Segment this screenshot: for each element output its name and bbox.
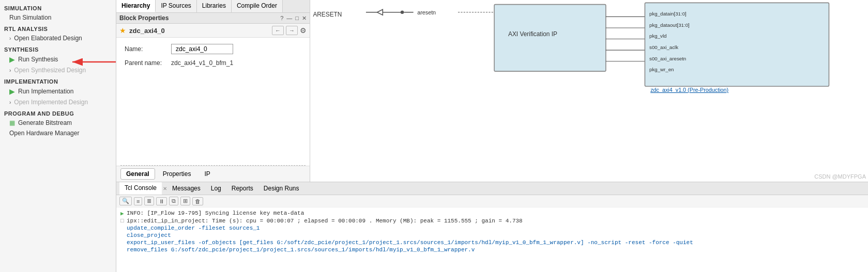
sources-tabs: Hierarchy IP Sources Libraries Compile O… — [116, 0, 310, 13]
console-align-right-btn[interactable]: ≣ — [144, 197, 154, 205]
console-text-3: update_compile_order -fileset sources_1 — [127, 225, 864, 231]
section-header-program-debug: PROGRAM AND DEBUG — [0, 107, 116, 118]
bp-parent-value: zdc_axi4_v1_0_bfm_1 — [171, 59, 233, 67]
tab-design-runs[interactable]: Design Runs — [258, 183, 304, 194]
bp-content: Name: zdc_axi4_0 Parent name: zdc_axi4_v… — [116, 38, 310, 165]
bp-forward-btn[interactable]: → — [286, 26, 298, 35]
bp-close-btn[interactable]: ✕ — [302, 15, 307, 22]
run-synthesis-icon: ▶ — [9, 55, 15, 63]
generate-bitstream-label: Generate Bitstream — [18, 119, 72, 126]
aresetn-label: ARESETN — [313, 11, 342, 18]
console-marker-4 — [120, 232, 127, 238]
aresetn-signal-label: aresetn — [417, 9, 436, 15]
tcl-console-close[interactable]: ✕ — [163, 186, 167, 191]
bp-bottom-tabs: General Properties IP — [116, 166, 310, 182]
sidebar-item-open-elaborated[interactable]: › Open Elaborated Design — [0, 33, 116, 43]
open-elaborated-label: Open Elaborated Design — [14, 35, 82, 42]
console-marker-3 — [120, 225, 127, 231]
section-header-rtl: RTL ANALYSIS — [0, 23, 116, 33]
sidebar: SIMULATION Run Simulation RTL ANALYSIS ›… — [0, 0, 116, 272]
tab-tcl-console[interactable]: Tcl Console — [119, 182, 162, 195]
sidebar-item-open-hw-manager[interactable]: Open Hardware Manager — [0, 128, 116, 138]
block-properties-title: Block Properties — [119, 14, 169, 22]
bp-tab-general[interactable]: General — [120, 168, 155, 180]
open-implemented-label: Open Implemented Design — [14, 99, 88, 106]
bp-name-label: Name: — [125, 45, 171, 53]
sidebar-item-run-synthesis[interactable]: ▶ Run Synthesis — [0, 54, 116, 65]
expand-synth-icon: › — [9, 68, 11, 73]
bp-tab-ip[interactable]: IP — [199, 168, 216, 180]
watermark: CSDN @MDYFPGA — [814, 173, 866, 180]
expand-icon: › — [9, 36, 11, 41]
bp-tab-properties[interactable]: Properties — [157, 168, 197, 180]
bp-restore-btn[interactable]: □ — [295, 15, 299, 21]
section-header-synthesis: SYNTHESIS — [0, 43, 116, 54]
console-line-2: □ ipx::edit_ip_in_project: Time (s): cpu… — [120, 217, 864, 225]
console-text-1: INFO: [IP_Flow 19-795] Syncing license k… — [127, 210, 864, 217]
bp-field-parent: Parent name: zdc_axi4_v1_0_bfm_1 — [125, 59, 301, 67]
bp-block-name: zdc_axi4_0 — [129, 27, 165, 35]
section-header-implementation: IMPLEMENTATION — [0, 75, 116, 86]
console-marker-1: ▶ — [120, 210, 127, 217]
console-marker-6 — [120, 247, 127, 253]
open-synthesized-label: Open Synthesized Design — [14, 67, 86, 74]
console-line-5: export_ip_user_files -of_objects [get_fi… — [120, 239, 864, 246]
sidebar-item-open-synthesized[interactable]: › Open Synthesized Design — [0, 65, 116, 75]
console-text-5: export_ip_user_files -of_objects [get_fi… — [127, 239, 864, 246]
console-marker-2: □ — [120, 218, 127, 224]
diagram-area: ARESETN aresetn — [310, 0, 868, 182]
diagram-svg: ARESETN aresetn — [310, 0, 868, 182]
tab-compile-order[interactable]: Compile Order — [232, 0, 283, 12]
tab-libraries[interactable]: Libraries — [197, 0, 232, 12]
run-impl-icon: ▶ — [9, 87, 15, 95]
axi-verif-block — [494, 5, 606, 71]
console-text-2: ipx::edit_ip_in_project: Time (s): cpu =… — [127, 218, 864, 224]
bp-toolbar: ★ zdc_axi4_0 ← → ⚙ — [116, 24, 310, 38]
run-implementation-label: Run Implementation — [18, 88, 73, 95]
generate-bitstream-icon: ▦ — [9, 119, 15, 126]
console-trash-btn[interactable]: 🗑 — [192, 197, 203, 205]
open-hw-manager-label: Open Hardware Manager — [9, 130, 79, 137]
app-container: SIMULATION Run Simulation RTL ANALYSIS ›… — [0, 0, 868, 272]
section-header-simulation: SIMULATION — [0, 2, 116, 12]
aresetn-dot — [401, 11, 404, 14]
pkg-datain-label: pkg_datain[31:0] — [649, 11, 687, 17]
console-line-1: ▶ INFO: [IP_Flow 19-795] Syncing license… — [120, 210, 864, 217]
bp-name-value: zdc_axi4_0 — [171, 44, 233, 54]
console-text-6: remove_files G:/soft/zdc_pcie/project_1/… — [127, 247, 864, 253]
tab-reports[interactable]: Reports — [226, 183, 258, 194]
console-grid-btn[interactable]: ⊞ — [180, 197, 190, 205]
expand-impl-icon: › — [9, 100, 11, 105]
console-line-3: update_compile_order -fileset sources_1 — [120, 225, 864, 232]
console-pause-btn[interactable]: ⏸ — [156, 197, 167, 205]
s00-aclk-label: s00_axi_aclk — [649, 44, 678, 50]
console-line-6: remove_files G:/soft/zdc_pcie/project_1/… — [120, 246, 864, 253]
bp-minimize-btn[interactable]: — — [286, 15, 292, 21]
sidebar-item-run-simulation[interactable]: Run Simulation — [0, 12, 116, 23]
sidebar-item-open-implemented[interactable]: › Open Implemented Design — [0, 97, 116, 107]
run-synthesis-label: Run Synthesis — [18, 56, 58, 63]
sidebar-item-run-implementation[interactable]: ▶ Run Implementation — [0, 86, 116, 97]
pkg-dataout-label: pkg_dataout[31:0] — [649, 22, 690, 28]
console-content: ▶ INFO: [IP_Flow 19-795] Syncing license… — [116, 207, 868, 272]
bp-back-btn[interactable]: ← — [272, 26, 284, 35]
pkg-wren-label: pkg_wr_en — [649, 67, 674, 72]
console-copy-btn[interactable]: ⧉ — [169, 197, 178, 205]
bp-field-name: Name: zdc_axi4_0 — [125, 44, 301, 54]
diagram-canvas: ARESETN aresetn — [310, 0, 868, 182]
center-content: Hierarchy IP Sources Libraries Compile O… — [116, 0, 868, 272]
top-panels: Hierarchy IP Sources Libraries Compile O… — [116, 0, 868, 182]
console-align-left-btn[interactable]: ≡ — [134, 197, 142, 205]
block-properties-panel: Hierarchy IP Sources Libraries Compile O… — [116, 0, 310, 182]
bp-help-btn[interactable]: ? — [280, 15, 283, 21]
bp-settings-icon[interactable]: ⚙ — [300, 26, 307, 35]
tab-log[interactable]: Log — [206, 183, 226, 194]
sidebar-item-generate-bitstream[interactable]: ▦ Generate Bitstream — [0, 118, 116, 128]
console-toolbar: 🔍 ≡ ≣ ⏸ ⧉ ⊞ 🗑 — [116, 195, 868, 207]
main-area: SIMULATION Run Simulation RTL ANALYSIS ›… — [0, 0, 868, 272]
tab-messages[interactable]: Messages — [167, 183, 206, 194]
console-search-btn[interactable]: 🔍 — [119, 197, 132, 205]
tab-hierarchy[interactable]: Hierarchy — [116, 0, 156, 12]
tab-ip-sources[interactable]: IP Sources — [156, 0, 196, 12]
console-marker-5 — [120, 239, 127, 246]
